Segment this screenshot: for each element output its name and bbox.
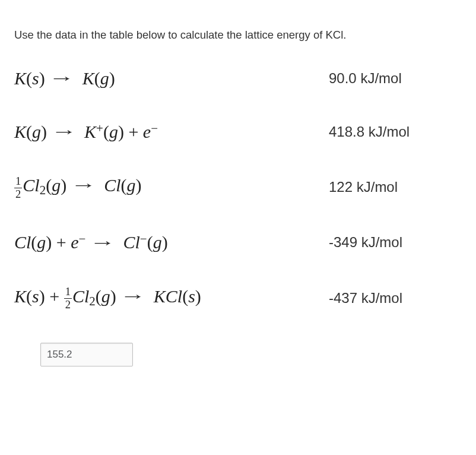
- phase-g: g: [52, 175, 61, 195]
- superscript-minus: −: [79, 232, 86, 246]
- value-5: -437 kJ/mol: [329, 290, 402, 307]
- phase-s: s: [32, 286, 39, 306]
- arrow-icon: →: [90, 233, 116, 252]
- question-prompt: Use the data in the table below to calcu…: [14, 29, 462, 42]
- table-row: 12Cl2(g) → Cl(g) 122 kJ/mol: [14, 175, 462, 200]
- arrow-icon: →: [49, 69, 75, 87]
- fraction-half: 12: [64, 286, 72, 310]
- plus-sign: +: [49, 286, 64, 306]
- answer-area: [40, 343, 462, 366]
- fraction-half: 12: [14, 176, 22, 200]
- value-3: 122 kJ/mol: [329, 179, 398, 195]
- phase-s: s: [32, 68, 39, 88]
- symbol-Cl: Cl: [123, 233, 139, 252]
- symbol-e: e: [143, 122, 151, 141]
- equation-3: 12Cl2(g) → Cl(g): [14, 175, 329, 200]
- equation-1: K(s) → K(g): [14, 68, 329, 89]
- symbol-Cl: Cl: [72, 286, 89, 306]
- symbol-K: K: [84, 122, 96, 141]
- symbol-K: K: [14, 122, 26, 141]
- table-row: K(g) → K+(g) + e− 418.8 kJ/mol: [14, 121, 462, 143]
- phase-s: s: [188, 286, 195, 306]
- subscript-2: 2: [89, 294, 96, 308]
- equation-4: Cl(g) + e− → Cl−(g): [14, 232, 329, 253]
- arrow-icon: →: [50, 122, 77, 141]
- symbol-e: e: [71, 233, 78, 252]
- symbol-K: K: [82, 68, 94, 88]
- phase-g: g: [37, 233, 46, 252]
- arrow-icon: →: [120, 287, 146, 305]
- table-row: K(s) → K(g) 90.0 kJ/mol: [14, 68, 462, 89]
- symbol-Cl: Cl: [23, 175, 39, 195]
- superscript-minus: −: [140, 232, 147, 246]
- phase-g: g: [153, 233, 162, 252]
- phase-g: g: [109, 122, 118, 141]
- phase-g: g: [100, 68, 109, 88]
- equation-5: K(s) + 12Cl2(g) → KCl(s): [14, 286, 329, 311]
- subscript-2: 2: [40, 184, 46, 198]
- equation-2: K(g) → K+(g) + e−: [14, 121, 329, 143]
- symbol-Cl: Cl: [14, 233, 31, 252]
- arrow-icon: →: [71, 176, 97, 194]
- superscript-minus: −: [151, 121, 158, 135]
- symbol-KCl: KCl: [154, 286, 182, 306]
- plus-sign: +: [56, 233, 71, 252]
- symbol-K: K: [14, 286, 26, 306]
- value-4: -349 kJ/mol: [329, 234, 402, 251]
- superscript-plus: +: [96, 121, 103, 135]
- value-1: 90.0 kJ/mol: [329, 70, 402, 87]
- answer-input[interactable]: [40, 343, 133, 366]
- phase-g: g: [32, 122, 41, 141]
- symbol-Cl: Cl: [104, 175, 120, 195]
- table-row: K(s) + 12Cl2(g) → KCl(s) -437 kJ/mol: [14, 286, 462, 311]
- table-row: Cl(g) + e− → Cl−(g) -349 kJ/mol: [14, 232, 462, 253]
- symbol-K: K: [14, 68, 26, 88]
- phase-g: g: [127, 175, 136, 195]
- phase-g: g: [101, 286, 110, 306]
- value-2: 418.8 kJ/mol: [329, 124, 410, 140]
- plus-sign: +: [128, 122, 142, 141]
